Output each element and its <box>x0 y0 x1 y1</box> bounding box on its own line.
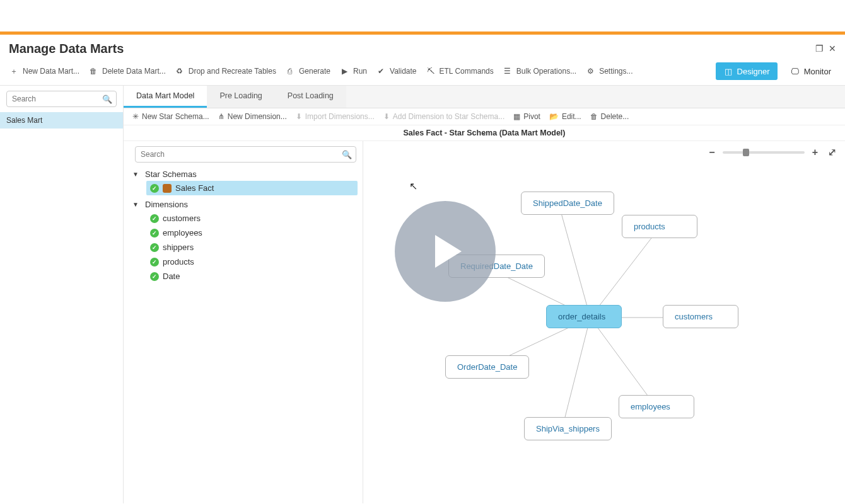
delete-button[interactable]: 🗑 Delete... <box>590 112 629 121</box>
pivot-icon: ▦ <box>513 112 520 121</box>
svg-line-4 <box>562 318 590 430</box>
diagram-center-node[interactable]: order_details <box>546 305 622 328</box>
delete-data-mart-button[interactable]: 🗑 Delete Data Mart... <box>88 66 166 76</box>
folder-icon: 📂 <box>549 112 559 121</box>
tree-header-star-schemas[interactable]: ▼ Star Schemas <box>129 168 358 181</box>
zoom-out-button[interactable]: − <box>706 147 717 158</box>
diagram-node[interactable]: employees <box>619 395 694 418</box>
svg-line-0 <box>559 204 590 318</box>
tab-pre-loading[interactable]: Pre Loading <box>207 86 274 108</box>
status-ok-icon <box>150 258 159 266</box>
recycle-icon: ♻ <box>175 66 185 76</box>
gear-icon: ⚙ <box>585 66 595 76</box>
search-icon[interactable]: 🔍 <box>102 94 112 104</box>
settings-button[interactable]: ⚙ Settings... <box>585 66 632 76</box>
star-icon: ✳ <box>132 112 139 121</box>
datamart-search-input[interactable] <box>6 91 117 107</box>
tree-item-dimension[interactable]: Date <box>146 269 358 284</box>
close-icon[interactable]: ✕ <box>829 43 836 54</box>
tab-post-loading[interactable]: Post Loading <box>275 86 346 108</box>
tree-item-dimension[interactable]: products <box>146 255 358 269</box>
pivot-button[interactable]: ▦ Pivot <box>513 112 540 121</box>
left-panel: 🔍 Sales Mart <box>0 86 124 503</box>
dimension-icon: ⋔ <box>218 112 224 121</box>
trash-icon: 🗑 <box>88 66 98 76</box>
copy-icon[interactable]: ❐ <box>815 43 824 54</box>
diagram-node[interactable]: customers <box>663 305 738 328</box>
status-ok-icon <box>150 229 159 238</box>
play-icon: ▶ <box>339 66 349 76</box>
validate-button[interactable]: ✔ Validate <box>376 66 416 76</box>
monitor-icon: 🖵 <box>790 66 800 76</box>
new-star-schema-button[interactable]: ✳ New Star Schema... <box>132 112 209 121</box>
drop-recreate-button[interactable]: ♻ Drop and Recreate Tables <box>175 66 276 76</box>
tree-item-sales-fact[interactable]: Sales Fact <box>146 181 358 195</box>
content-row: 🔍 Sales Mart Data Mart Model Pre Loading… <box>0 86 845 503</box>
tabs-spacer <box>346 86 845 108</box>
tree-search-input[interactable] <box>135 146 356 163</box>
zoom-in-button[interactable]: + <box>810 147 820 158</box>
fit-view-button[interactable]: ⤢ <box>825 146 839 158</box>
diagram-node[interactable]: ShippedDate_Date <box>521 192 614 215</box>
tree-header-dimensions[interactable]: ▼ Dimensions <box>129 198 358 211</box>
tree-group-dimensions: ▼ Dimensions customersemployeesshippersp… <box>129 198 358 284</box>
import-icon: ⬇ <box>296 112 302 121</box>
tree-group-star-schemas: ▼ Star Schemas Sales Fact <box>129 168 358 195</box>
tree: ▼ Star Schemas Sales Fact <box>124 168 363 286</box>
status-ok-icon <box>150 184 159 193</box>
expand-icon: ▼ <box>132 171 140 178</box>
zoom-slider[interactable] <box>723 151 805 154</box>
etl-commands-button[interactable]: ⛏ ETL Commands <box>426 66 494 76</box>
bulk-icon: ☰ <box>503 66 513 76</box>
expand-icon: ▼ <box>132 201 140 208</box>
tree-panel: 🔍 ▼ Star Schemas Sales Fact <box>124 141 363 503</box>
back-chevron-icon[interactable]: ‹ <box>483 129 486 138</box>
bulk-operations-button[interactable]: ☰ Bulk Operations... <box>503 66 576 76</box>
diagram-node[interactable]: ShipVia_shippers <box>524 417 612 440</box>
sub-toolbar: ✳ New Star Schema... ⋔ New Dimension... … <box>124 108 845 125</box>
status-ok-icon <box>150 243 159 252</box>
designer-icon: ◫ <box>723 66 733 76</box>
tabs-row: Data Mart Model Pre Loading Post Loading <box>124 86 845 108</box>
top-gap <box>0 0 845 32</box>
zoom-controls: − + ⤢ <box>706 146 839 158</box>
svg-line-5 <box>590 318 656 408</box>
new-dimension-button[interactable]: ⋔ New Dimension... <box>218 112 287 121</box>
breadcrumb-row: ‹ Sales Fact - Star Schema (Data Mart Mo… <box>124 125 845 141</box>
global-toolbar: ＋ New Data Mart... 🗑 Delete Data Mart...… <box>0 59 845 86</box>
tree-item-dimension[interactable]: employees <box>146 226 358 240</box>
status-ok-icon <box>150 272 159 281</box>
diagram-node[interactable]: products <box>622 215 697 238</box>
plus-icon: ＋ <box>9 66 19 76</box>
tree-item-dimension[interactable]: customers <box>146 211 358 226</box>
run-button[interactable]: ▶ Run <box>339 66 367 76</box>
tab-data-mart-model[interactable]: Data Mart Model <box>124 86 207 108</box>
tree-search: 🔍 <box>135 146 356 163</box>
page-header: Manage Data Marts ❐ ✕ <box>0 35 845 59</box>
import-dimensions-button: ⬇ Import Dimensions... <box>296 112 375 121</box>
designer-mode-button[interactable]: ◫ Designer <box>716 62 778 80</box>
zoom-slider-thumb[interactable] <box>743 149 749 156</box>
check-icon: ✔ <box>376 66 386 76</box>
etl-icon: ⛏ <box>426 66 436 76</box>
diagram-node[interactable]: OrderDate_Date <box>445 355 529 379</box>
new-data-mart-button[interactable]: ＋ New Data Mart... <box>9 66 79 76</box>
monitor-mode-button[interactable]: 🖵 Monitor <box>783 62 839 80</box>
cursor-icon: ↖ <box>409 180 417 192</box>
datamart-search: 🔍 <box>6 91 117 107</box>
page-title: Manage Data Marts <box>9 42 124 56</box>
generate-button[interactable]: ⎙ Generate <box>285 66 330 76</box>
main-panel: Data Mart Model Pre Loading Post Loading… <box>124 86 845 503</box>
edit-button[interactable]: 📂 Edit... <box>549 112 581 121</box>
trash-icon: 🗑 <box>590 112 598 121</box>
datamart-item-sales-mart[interactable]: Sales Mart <box>0 112 123 129</box>
add-dimension-button: ⬇ Add Dimension to Star Schema... <box>383 112 504 121</box>
generate-icon: ⎙ <box>285 66 295 76</box>
tree-item-dimension[interactable]: shippers <box>146 240 358 255</box>
diagram-canvas[interactable]: − + ⤢ order_detailsShippedDate_Dateprodu… <box>363 141 845 503</box>
status-ok-icon <box>150 214 159 223</box>
search-icon[interactable]: 🔍 <box>342 150 352 159</box>
video-play-overlay[interactable] <box>395 201 496 302</box>
svg-line-1 <box>590 227 660 318</box>
model-row: 🔍 ▼ Star Schemas Sales Fact <box>124 141 845 503</box>
